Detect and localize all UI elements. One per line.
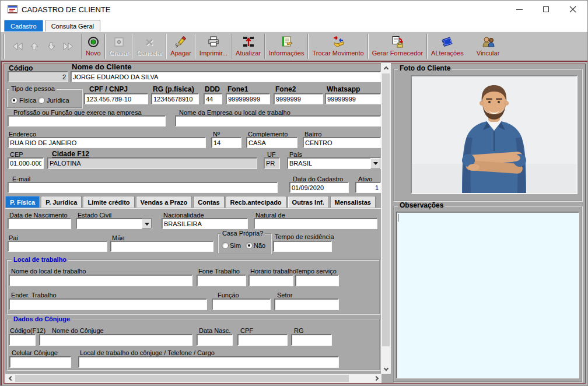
atualizar-button[interactable]: Atualizar bbox=[233, 33, 263, 59]
close-button[interactable] bbox=[561, 1, 585, 18]
tab-p-juridica[interactable]: P. Jurídica bbox=[41, 196, 82, 208]
horizontal-scroll-thumb[interactable] bbox=[15, 375, 349, 382]
scroll-down-button[interactable] bbox=[381, 364, 391, 374]
tab-consulta-geral[interactable]: Consulta Geral bbox=[45, 20, 100, 31]
pais-dropdown-button[interactable] bbox=[370, 158, 380, 169]
gerar-fornecedor-button[interactable]: Gerar Fornecedor bbox=[370, 33, 425, 59]
uf-input[interactable] bbox=[264, 157, 280, 169]
imprimir-button[interactable]: Imprimir... bbox=[197, 33, 230, 59]
ender-trabalho-input[interactable] bbox=[9, 299, 207, 310]
vincular-button[interactable]: Vincular bbox=[474, 33, 502, 59]
novo-icon bbox=[87, 34, 100, 49]
tab-contas[interactable]: Contas bbox=[193, 196, 224, 208]
observacoes-label: Observações bbox=[398, 202, 445, 209]
cep-input[interactable] bbox=[8, 157, 44, 169]
toolbar-separator bbox=[264, 34, 265, 59]
conjuge-codigo-input[interactable] bbox=[9, 334, 36, 346]
inner-tab-strip: P. Física P. Jurídica Limite crédito Ven… bbox=[5, 196, 377, 208]
tab-p-fisica[interactable]: P. Física bbox=[5, 196, 40, 208]
horizontal-scrollbar[interactable] bbox=[5, 374, 382, 383]
conjuge-rg-input[interactable] bbox=[291, 334, 332, 346]
tab-recb-antecipado[interactable]: Recb.antecipado bbox=[226, 196, 286, 208]
maximize-button[interactable] bbox=[534, 1, 558, 18]
whatsapp-input[interactable] bbox=[325, 93, 381, 104]
juridica-radio-label: Jurídica bbox=[47, 97, 69, 104]
cpf-cnpj-input[interactable] bbox=[84, 93, 148, 104]
ativo-input[interactable] bbox=[355, 182, 381, 193]
tab-limite-credito[interactable]: Limite crédito bbox=[83, 196, 134, 208]
minimize-button[interactable] bbox=[507, 1, 531, 18]
pais-select[interactable] bbox=[287, 157, 381, 169]
scroll-left-button[interactable] bbox=[5, 374, 15, 383]
nome-cliente-input[interactable] bbox=[71, 71, 381, 82]
tab-cadastro[interactable]: Cadastro bbox=[4, 20, 43, 31]
cancelar-icon bbox=[143, 34, 156, 49]
endereco-input[interactable] bbox=[8, 137, 206, 148]
tab-mensalistas[interactable]: Mensalistas bbox=[330, 196, 376, 208]
gravar-button[interactable]: Gravar bbox=[107, 33, 131, 59]
horario-trabalho-input[interactable] bbox=[249, 275, 293, 286]
toolbar-separator bbox=[104, 34, 106, 59]
cadastro-cliente-window: CADASTRO DE CLIENTE Cadastro Consulta Ge… bbox=[0, 0, 588, 386]
ddd-input[interactable] bbox=[204, 93, 222, 104]
nav-first-button[interactable] bbox=[11, 38, 24, 55]
maximize-icon bbox=[543, 6, 549, 12]
local-trabalho-group-label: Local de trabalho bbox=[12, 256, 68, 263]
casa-propria-nao-radio[interactable] bbox=[246, 242, 253, 249]
data-nascimento-input[interactable] bbox=[8, 218, 71, 229]
conjuge-nome-input[interactable] bbox=[39, 334, 192, 346]
nav-last-button[interactable] bbox=[62, 38, 75, 55]
email-input[interactable] bbox=[8, 182, 278, 193]
tempo-residencia-input[interactable] bbox=[273, 241, 332, 252]
setor-input[interactable] bbox=[274, 299, 339, 310]
cancelar-button[interactable]: Cancelar bbox=[134, 33, 164, 59]
vertical-scrollbar[interactable] bbox=[381, 63, 391, 374]
fone-trabalho-input[interactable] bbox=[197, 275, 246, 286]
empresa-input[interactable] bbox=[175, 115, 381, 127]
nome-local-input[interactable] bbox=[9, 275, 192, 286]
profissao-input[interactable] bbox=[8, 115, 166, 127]
nav-next-button[interactable] bbox=[45, 38, 58, 55]
trocar-movimento-button[interactable]: Trocar Movimento bbox=[310, 33, 366, 59]
nav-previous-button[interactable] bbox=[28, 38, 41, 55]
casa-propria-sim-radio[interactable] bbox=[222, 242, 229, 249]
numero-input[interactable] bbox=[211, 137, 242, 148]
natural-de-input[interactable] bbox=[254, 218, 377, 229]
alteracoes-button[interactable]: ALterações bbox=[429, 33, 466, 59]
funcao-input[interactable] bbox=[212, 299, 271, 310]
tab-vendas-a-prazo[interactable]: Vendas a Prazo bbox=[136, 196, 192, 208]
codigo-input[interactable] bbox=[8, 71, 68, 82]
rg-input[interactable] bbox=[151, 93, 199, 104]
foto-cliente-label: Foto do Cliente bbox=[398, 65, 452, 72]
conjuge-cpf-input[interactable] bbox=[237, 334, 288, 346]
estado-civil-select[interactable] bbox=[76, 218, 152, 229]
estado-civil-dropdown-button[interactable] bbox=[142, 219, 152, 229]
apagar-button[interactable]: Apagar bbox=[168, 33, 193, 59]
scroll-right-button[interactable] bbox=[372, 374, 382, 383]
fisica-radio[interactable] bbox=[10, 97, 18, 104]
juridica-radio[interactable] bbox=[38, 97, 45, 104]
record-navigator bbox=[6, 33, 80, 59]
fone1-input[interactable] bbox=[226, 93, 270, 104]
bairro-input[interactable] bbox=[303, 137, 381, 148]
apagar-icon bbox=[174, 34, 187, 49]
tempo-servico-input[interactable] bbox=[295, 275, 339, 286]
celular-conjuge-input[interactable] bbox=[9, 356, 71, 368]
local-trabalho-conjuge-input[interactable] bbox=[78, 356, 339, 368]
pai-input[interactable] bbox=[8, 241, 107, 252]
cidade-input[interactable] bbox=[47, 157, 257, 169]
mae-input[interactable] bbox=[110, 241, 214, 252]
fone2-input[interactable] bbox=[274, 93, 323, 104]
conjuge-data-nasc-input[interactable] bbox=[197, 334, 233, 346]
novo-button[interactable]: Novo bbox=[83, 33, 103, 59]
nacionalidade-input[interactable] bbox=[162, 218, 248, 229]
close-icon bbox=[569, 6, 576, 13]
data-cadastro-input[interactable] bbox=[289, 182, 349, 193]
vertical-scroll-thumb[interactable] bbox=[382, 73, 390, 346]
scroll-up-button[interactable] bbox=[381, 63, 391, 72]
informacoes-icon bbox=[280, 34, 293, 49]
observacoes-textarea[interactable] bbox=[396, 212, 579, 378]
informacoes-button[interactable]: Informações bbox=[267, 33, 307, 59]
complemento-input[interactable] bbox=[246, 137, 298, 148]
tab-outras-inf[interactable]: Outras Inf. bbox=[288, 196, 329, 208]
